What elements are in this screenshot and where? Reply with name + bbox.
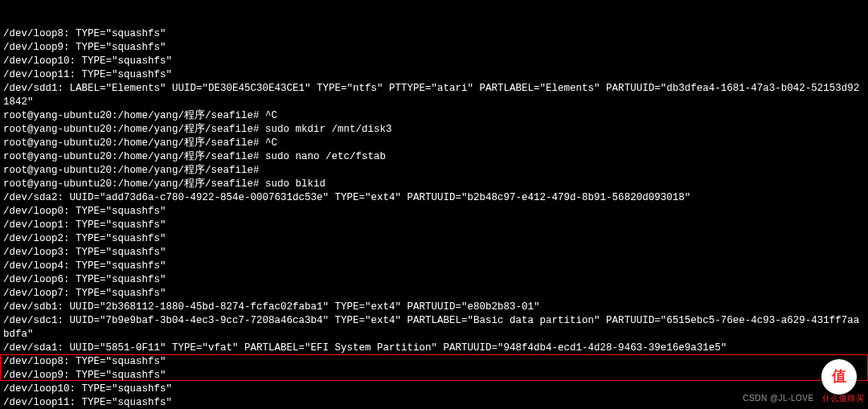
terminal-line: root@yang-ubuntu20:/home/yang/程序/seafile… xyxy=(3,123,865,137)
watermark-badge: 值 xyxy=(821,359,857,395)
terminal-line: /dev/loop8: TYPE="squashfs" xyxy=(3,27,865,41)
terminal-line: /dev/loop6: TYPE="squashfs" xyxy=(3,273,865,287)
terminal-line: /dev/sda1: UUID="5851-0F11" TYPE="vfat" … xyxy=(3,342,865,355)
terminal-line: /dev/sdc1: UUID="7b9e9baf-3b04-4ec3-9cc7… xyxy=(3,314,865,342)
watermark-subtext: CSDN @JL-LOVE 什么值得买 xyxy=(743,391,864,405)
terminal-line: root@yang-ubuntu20:/home/yang/程序/seafile… xyxy=(3,150,865,164)
terminal-line: /dev/loop10: TYPE="squashfs" xyxy=(3,382,865,396)
terminal-line: /dev/loop1: TYPE="squashfs" xyxy=(3,219,865,232)
terminal-line: /dev/loop11: TYPE="squashfs" xyxy=(3,396,865,409)
watermark-main-char: 值 xyxy=(832,370,846,384)
terminal-line: root@yang-ubuntu20:/home/yang/程序/seafile… xyxy=(3,137,865,150)
terminal-line: /dev/sdd1: LABEL="Elements" UUID="DE30E4… xyxy=(3,82,865,109)
terminal-line: root@yang-ubuntu20:/home/yang/程序/seafile… xyxy=(3,164,865,178)
terminal-line: root@yang-ubuntu20:/home/yang/程序/seafile… xyxy=(3,109,865,123)
terminal-line: /dev/loop0: TYPE="squashfs" xyxy=(3,205,865,219)
terminal-line: /dev/loop11: TYPE="squashfs" xyxy=(3,68,865,82)
terminal-line: /dev/sdb1: UUID="2b368112-1880-45bd-8274… xyxy=(3,301,865,314)
terminal-line: root@yang-ubuntu20:/home/yang/程序/seafile… xyxy=(3,178,865,191)
terminal-line: /dev/loop7: TYPE="squashfs" xyxy=(3,287,865,301)
terminal-line: /dev/loop9: TYPE="squashfs" xyxy=(3,41,865,55)
terminal-line: /dev/loop9: TYPE="squashfs" xyxy=(3,369,865,382)
terminal-line: /dev/loop8: TYPE="squashfs" xyxy=(3,355,865,369)
terminal-line: /dev/loop3: TYPE="squashfs" xyxy=(3,246,865,260)
terminal-line: /dev/loop2: TYPE="squashfs" xyxy=(3,232,865,246)
terminal-output[interactable]: /dev/loop8: TYPE="squashfs"/dev/loop9: T… xyxy=(0,0,868,409)
terminal-line: /dev/loop4: TYPE="squashfs" xyxy=(3,260,865,273)
terminal-line: /dev/loop10: TYPE="squashfs" xyxy=(3,55,865,68)
terminal-line: /dev/sda2: UUID="add73d6a-c780-4922-854e… xyxy=(3,191,865,205)
